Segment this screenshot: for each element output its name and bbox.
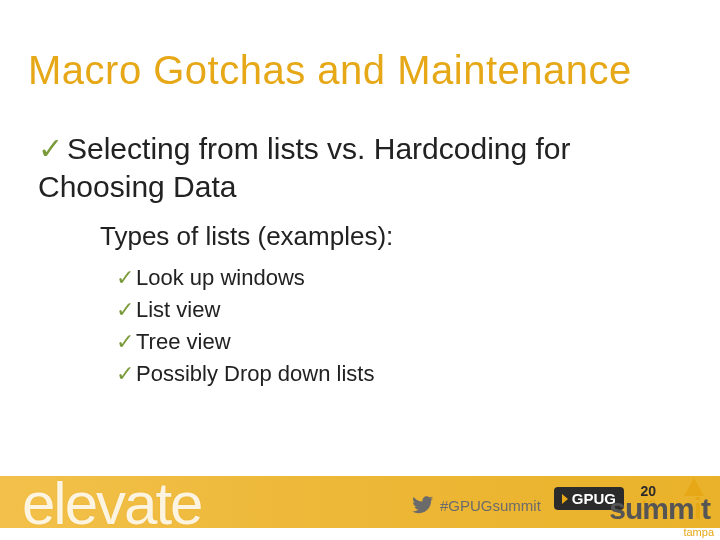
check-icon: ✓ xyxy=(116,361,134,386)
list-item: ✓Look up windows xyxy=(116,262,680,294)
list-item-label: Look up windows xyxy=(136,265,305,290)
bullet-level-2: Types of lists (examples): xyxy=(100,221,680,252)
footer: elevate #GPUGsummit GPUG 20 13 summit ta… xyxy=(0,460,720,540)
summit-post: t xyxy=(701,492,710,526)
twitter-bird-icon xyxy=(412,494,434,516)
list-item: ✓List view xyxy=(116,294,680,326)
slide-title: Macro Gotchas and Maintenance xyxy=(28,48,632,93)
list-item-label: Tree view xyxy=(136,329,231,354)
list-item-label: Possibly Drop down lists xyxy=(136,361,374,386)
check-icon: ✓ xyxy=(116,265,134,290)
list-item: ✓Tree view xyxy=(116,326,680,358)
check-icon: ✓ xyxy=(116,329,134,354)
location-label: tampa xyxy=(683,526,714,538)
bullet-level-3-group: ✓Look up windows ✓List view ✓Tree view ✓… xyxy=(116,262,680,390)
check-icon: ✓ xyxy=(38,132,63,165)
bullet-main-text: Selecting from lists vs. Hardcoding for … xyxy=(38,132,571,203)
summit-pre: summ xyxy=(609,492,693,526)
slide-body: ✓Selecting from lists vs. Hardcoding for… xyxy=(38,130,680,390)
hashtag: #GPUGsummit xyxy=(412,494,541,516)
brand-wordmark: elevate xyxy=(22,469,201,538)
check-icon: ✓ xyxy=(116,297,134,322)
list-item: ✓Possibly Drop down lists xyxy=(116,358,680,390)
slide: Macro Gotchas and Maintenance ✓Selecting… xyxy=(0,0,720,540)
triangle-icon xyxy=(562,494,568,504)
hashtag-text: #GPUGsummit xyxy=(440,497,541,514)
summit-i: i xyxy=(694,492,701,526)
bullet-level-1: ✓Selecting from lists vs. Hardcoding for… xyxy=(38,130,680,205)
summit-wordmark: summit xyxy=(609,492,710,526)
list-item-label: List view xyxy=(136,297,220,322)
